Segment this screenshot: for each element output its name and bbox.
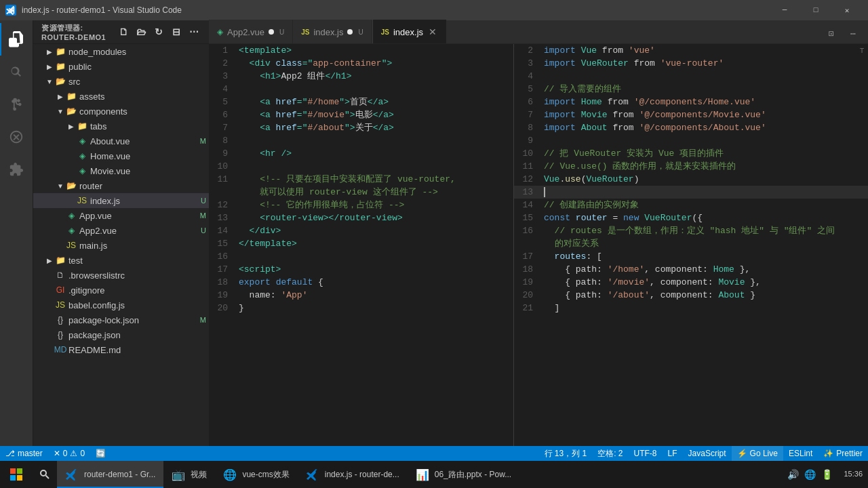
cursor-position[interactable]: 行 13，列 1 bbox=[539, 446, 593, 461]
taskbar-item-vue[interactable]: 🌐 vue-cms效果 bbox=[215, 461, 297, 488]
tree-item-test[interactable]: ▶ 📁 test bbox=[33, 253, 209, 268]
file-icon-index-js: JS bbox=[77, 195, 87, 206]
code-line-11b: 就可以使用 router-view 这个组件了 --> bbox=[209, 186, 513, 199]
tree-item-assets[interactable]: ▶ 📁 assets bbox=[33, 89, 209, 104]
tree-item-tabs[interactable]: ▶ 📁 tabs bbox=[33, 119, 209, 134]
taskbar-vue-icon: 🌐 bbox=[223, 468, 237, 481]
tree-label-readme: README.md bbox=[68, 345, 121, 355]
file-explorer: 资源管理器: ROUTER-DEMO1 🗋 🗁 ↻ ⊟ ⋯ ▶ 📁 node_m… bbox=[33, 20, 209, 446]
tree-label-package-lock: package-lock.json bbox=[68, 315, 139, 325]
folder-icon-test: 📁 bbox=[55, 255, 66, 266]
search-button[interactable] bbox=[33, 461, 57, 488]
prettier-icon: ✨ bbox=[823, 449, 833, 458]
taskbar-vscode-icon bbox=[65, 468, 79, 481]
tree-label-tabs: tabs bbox=[90, 121, 107, 131]
taskbar-item-indexjs[interactable]: index.js - router-de... bbox=[298, 461, 408, 488]
go-live-button[interactable]: ⚡ Go Live bbox=[732, 446, 783, 461]
minimize-button[interactable]: ─ bbox=[769, 0, 800, 20]
taskbar-item-video[interactable]: 📺 视频 bbox=[163, 461, 215, 488]
tree-item-src[interactable]: ▼ 📂 src bbox=[33, 74, 209, 89]
tree-label-gitignore: .gitignore bbox=[68, 285, 104, 296]
tree-item-node-modules[interactable]: ▶ 📁 node_modules bbox=[33, 44, 209, 59]
taskbar-item-vscode[interactable]: router-demo1 - Gr... bbox=[57, 461, 163, 488]
collapse-icon[interactable]: ⊟ bbox=[170, 25, 183, 39]
extensions-activity-icon[interactable] bbox=[0, 153, 33, 186]
file-icon-app2-vue: ◈ bbox=[66, 225, 77, 236]
tree-item-main-js[interactable]: JS main.js bbox=[33, 238, 209, 253]
right-code-editor[interactable]: 2 import Vue from 'vue' 3 import VueRout… bbox=[514, 44, 868, 446]
git-activity-icon[interactable] bbox=[0, 88, 33, 121]
encoding-status[interactable]: UTF-8 bbox=[629, 446, 663, 461]
sync-icon: 🔄 bbox=[96, 449, 106, 458]
tree-arrow-src: ▼ bbox=[44, 76, 55, 87]
code-line-2: 2 <div class="app-container"> bbox=[209, 57, 513, 70]
tree-item-movie-vue[interactable]: ◈ Movie.vue bbox=[33, 163, 209, 178]
indentation-status[interactable]: 空格: 2 bbox=[592, 446, 628, 461]
new-folder-icon[interactable]: 🗁 bbox=[134, 25, 148, 39]
taskbar-item-pptx[interactable]: 📊 06_路由.pptx - Pow... bbox=[408, 461, 519, 488]
tree-item-public[interactable]: ▶ 📁 public bbox=[33, 59, 209, 74]
line-ending-status[interactable]: LF bbox=[663, 446, 683, 461]
title-bar: index.js - router-demo1 - Visual Studio … bbox=[0, 0, 868, 20]
tree-item-package-lock[interactable]: {} package-lock.json M bbox=[33, 312, 209, 327]
tree-item-components[interactable]: ▼ 📂 components bbox=[33, 104, 209, 119]
tree-item-package-json[interactable]: {} package.json bbox=[33, 327, 209, 342]
window-controls[interactable]: ─ □ ✕ bbox=[769, 0, 863, 20]
tab-js-icon-left: JS bbox=[301, 28, 309, 36]
badge-about-vue: M bbox=[200, 137, 206, 145]
r-code-line-15: 15 const router = new VueRouter({ bbox=[514, 211, 868, 224]
code-line-11a: 11 <!-- 只要在项目中安装和配置了 vue-router, bbox=[209, 173, 513, 186]
go-live-label: Go Live bbox=[750, 449, 778, 458]
start-button[interactable] bbox=[0, 461, 33, 488]
r-code-line-4: 4 bbox=[514, 70, 868, 83]
tabs-bar: ◈ App2.vue U JS index.js U JS index.js ✕… bbox=[209, 20, 868, 44]
left-code-editor[interactable]: 1 <template> 2 <div class="app-container… bbox=[209, 44, 513, 446]
language-status[interactable]: JavaScript bbox=[683, 446, 732, 461]
more-actions-button[interactable]: ⋯ bbox=[844, 24, 863, 43]
tab-u-badge: U bbox=[279, 28, 284, 36]
search-activity-icon[interactable] bbox=[0, 56, 33, 88]
tree-item-app-vue[interactable]: ◈ App.vue M bbox=[33, 208, 209, 223]
badge-package-lock: M bbox=[200, 316, 206, 324]
file-icon-movie-vue: ◈ bbox=[77, 165, 87, 176]
sync-status[interactable]: 🔄 bbox=[90, 446, 111, 461]
tree-item-browserslistrc[interactable]: 🗋 .browserslistrc bbox=[33, 268, 209, 283]
branch-status[interactable]: ⎇ master bbox=[0, 446, 48, 461]
taskbar-video-icon: 📺 bbox=[172, 468, 185, 481]
r-code-line-5: 5 // 导入需要的组件 bbox=[514, 83, 868, 96]
errors-status[interactable]: ✕ 0 ⚠ 0 bbox=[48, 446, 90, 461]
maximize-button[interactable]: □ bbox=[800, 0, 831, 20]
tree-label-browserslistrc: .browserslistrc bbox=[68, 270, 125, 281]
taskbar-vscode-label: router-demo1 - Gr... bbox=[84, 470, 155, 479]
tree-item-home-vue[interactable]: ◈ Home.vue bbox=[33, 148, 209, 163]
tree-item-index-js[interactable]: JS index.js U bbox=[33, 193, 209, 208]
new-file-icon[interactable]: 🗋 bbox=[117, 25, 130, 39]
tree-item-router[interactable]: ▼ 📂 router bbox=[33, 178, 209, 193]
tree-item-readme[interactable]: MD README.md bbox=[33, 342, 209, 357]
tree-item-babel-config[interactable]: JS babel.config.js bbox=[33, 298, 209, 312]
right-editor-pane: 2 import Vue from 'vue' 3 import VueRout… bbox=[514, 44, 868, 446]
tab-app2-vue[interactable]: ◈ App2.vue U bbox=[209, 20, 293, 43]
prettier-status[interactable]: ✨ Prettier bbox=[818, 446, 868, 461]
clock-time: 15:36 bbox=[844, 469, 863, 479]
close-button[interactable]: ✕ bbox=[831, 0, 863, 20]
tab-index-js-close[interactable]: ✕ bbox=[427, 26, 438, 37]
refresh-icon[interactable]: ↻ bbox=[152, 25, 165, 39]
debug-activity-icon[interactable] bbox=[0, 121, 33, 153]
tabs-actions: ⊡ ⋯ bbox=[816, 24, 868, 43]
eslint-status[interactable]: ESLint bbox=[783, 446, 818, 461]
code-line-14: 14 </div> bbox=[209, 224, 513, 237]
tab-index-js-right[interactable]: JS index.js ✕ bbox=[373, 20, 446, 43]
tree-arrow-router: ▼ bbox=[55, 180, 66, 191]
system-clock[interactable]: 15:36 bbox=[838, 469, 868, 479]
taskbar-video-label: 视频 bbox=[191, 469, 207, 481]
tree-item-gitignore[interactable]: GI .gitignore bbox=[33, 283, 209, 298]
file-icon-main-js: JS bbox=[66, 240, 77, 251]
tab-index-js-left[interactable]: JS index.js U bbox=[293, 20, 372, 43]
tree-item-about-vue[interactable]: ◈ About.vue M bbox=[33, 134, 209, 148]
split-editor-button[interactable]: ⊡ bbox=[822, 24, 841, 43]
tree-arrow-test: ▶ bbox=[44, 255, 55, 266]
explorer-activity-icon[interactable] bbox=[0, 23, 33, 56]
tree-item-app2-vue[interactable]: ◈ App2.vue U bbox=[33, 223, 209, 238]
more-icon[interactable]: ⋯ bbox=[187, 25, 201, 39]
